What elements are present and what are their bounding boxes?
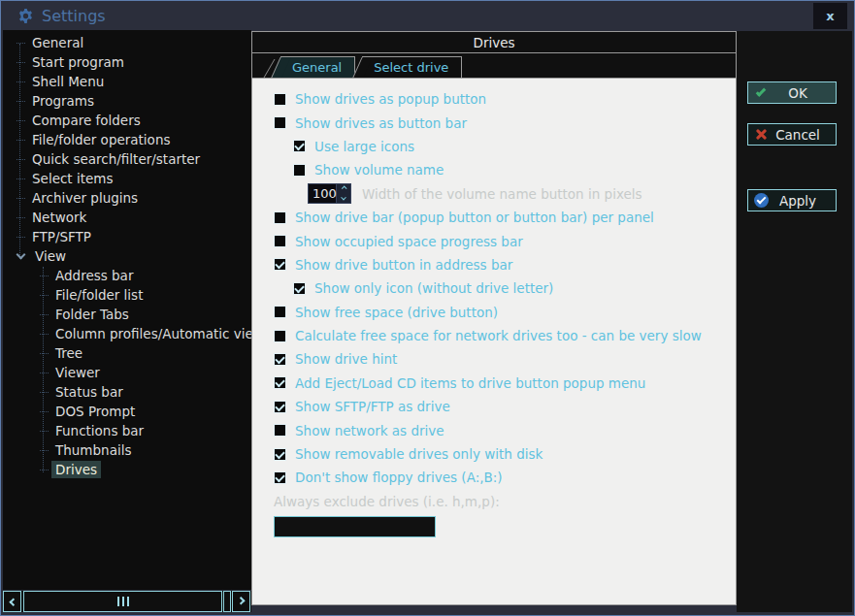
option-row: Show drive hint xyxy=(252,347,736,371)
option-row: Use large icons xyxy=(252,135,736,158)
scrollbar-track[interactable] xyxy=(223,591,231,612)
checkbox-checked[interactable] xyxy=(274,376,286,389)
checkbox-checked[interactable] xyxy=(274,258,286,271)
sidebar-item-label: Column profiles/Automatic views xyxy=(51,325,251,342)
checkbox-unchecked[interactable] xyxy=(274,235,286,247)
sidebar-item-general[interactable]: General xyxy=(3,33,251,52)
sidebar-item-label: Address bar xyxy=(51,267,137,284)
sidebar-item-column-profiles-automatic-views[interactable]: Column profiles/Automatic views xyxy=(3,324,251,343)
sidebar-item-programs[interactable]: Programs xyxy=(3,91,251,111)
tab-general[interactable]: General xyxy=(280,56,355,78)
sidebar-item-view[interactable]: View xyxy=(3,246,251,266)
sidebar-item-select-items[interactable]: Select items xyxy=(3,169,251,188)
spinner-value[interactable]: 100 xyxy=(308,183,337,204)
sidebar-item-file-folder-operations[interactable]: File/folder operations xyxy=(3,130,251,149)
option-row: Calculate free space for network drives … xyxy=(252,324,736,347)
sidebar-item-folder-tabs[interactable]: Folder Tabs xyxy=(3,305,251,324)
option-label: Show drive bar (popup button or button b… xyxy=(295,210,654,225)
checkbox-unchecked[interactable] xyxy=(274,330,286,342)
checkbox-unchecked[interactable] xyxy=(293,164,306,177)
sidebar-item-shell-menu[interactable]: Shell Menu xyxy=(3,72,251,91)
sidebar-item-address-bar[interactable]: Address bar xyxy=(3,266,251,285)
option-label: Show drives as button bar xyxy=(295,115,467,131)
exclude-drives-input[interactable] xyxy=(274,516,436,537)
chevron-up-icon xyxy=(342,185,347,191)
sidebar-item-label: File/folder operations xyxy=(28,131,174,148)
spinner-up-button[interactable] xyxy=(337,184,350,194)
sidebar-item-label: Thumbnails xyxy=(51,441,135,459)
option-label: Show only icon (without drive letter) xyxy=(314,280,553,296)
spinner-row: 100Width of the volume name button in pi… xyxy=(252,182,736,206)
checkbox-unchecked[interactable] xyxy=(274,211,286,224)
page-title: Drives xyxy=(252,32,736,53)
sidebar-item-label: FTP/SFTP xyxy=(28,228,95,245)
option-row: Don't show floppy drives (A:,B:) xyxy=(252,466,736,489)
sidebar-item-quick-search-filter-starter[interactable]: Quick search/filter/starter xyxy=(3,149,251,169)
sidebar-horizontal-scrollbar xyxy=(3,591,251,612)
sidebar-item-archiver-plugins[interactable]: Archiver plugins xyxy=(3,188,251,208)
checkbox-unchecked[interactable] xyxy=(274,93,286,106)
sidebar: GeneralStart programShell MenuProgramsCo… xyxy=(3,30,251,590)
sidebar-item-label: Start program xyxy=(28,53,128,71)
checkbox-unchecked[interactable] xyxy=(274,306,286,318)
sidebar-item-label: Compare folders xyxy=(28,112,145,129)
checkbox-unchecked[interactable] xyxy=(274,116,286,129)
sidebar-item-label: View xyxy=(31,247,70,265)
option-row: Show drive bar (popup button or button b… xyxy=(252,206,736,229)
scrollbar-thumb[interactable] xyxy=(23,591,222,612)
scrollbar-left-button[interactable] xyxy=(3,591,21,612)
checkbox-checked[interactable] xyxy=(274,401,286,413)
sidebar-item-viewer[interactable]: Viewer xyxy=(3,363,251,382)
action-button-strip: OK Cancel Apply xyxy=(737,31,852,612)
spinner-down-button[interactable] xyxy=(337,194,350,204)
settings-window: Settings x GeneralStart programShell Men… xyxy=(0,0,855,616)
checkbox-checked[interactable] xyxy=(274,448,286,461)
checkbox-checked[interactable] xyxy=(293,140,306,152)
sidebar-item-thumbnails[interactable]: Thumbnails xyxy=(3,440,251,460)
chevron-left-icon xyxy=(9,598,16,605)
option-label: Show volume name xyxy=(314,162,444,178)
sidebar-item-status-bar[interactable]: Status bar xyxy=(3,382,251,402)
checkbox-checked[interactable] xyxy=(274,353,286,366)
sidebar-item-label: General xyxy=(28,34,87,51)
spinner-buttons xyxy=(337,183,351,204)
tab-select-drive[interactable]: Select drive xyxy=(362,56,462,78)
sidebar-item-tree[interactable]: Tree xyxy=(3,343,251,363)
sidebar-item-label: Programs xyxy=(28,92,98,110)
sidebar-item-start-program[interactable]: Start program xyxy=(3,52,251,72)
sidebar-item-label: Select items xyxy=(28,170,116,187)
sidebar-item-label: Quick search/filter/starter xyxy=(28,150,204,168)
option-label: Show free space (drive button) xyxy=(295,305,498,320)
checkbox-checked[interactable] xyxy=(274,471,286,484)
sidebar-item-network[interactable]: Network xyxy=(3,208,251,227)
option-label: Show drive button in address bar xyxy=(295,257,512,273)
option-label: Use large icons xyxy=(314,139,414,154)
scrollbar-right-button[interactable] xyxy=(232,591,250,612)
grip-icon xyxy=(127,597,129,606)
cancel-button[interactable]: Cancel xyxy=(747,123,837,146)
checkbox-unchecked[interactable] xyxy=(274,424,286,437)
option-row: Show only icon (without drive letter) xyxy=(252,276,736,300)
gear-icon xyxy=(17,8,34,24)
width-spinner[interactable]: 100 xyxy=(308,183,351,204)
sidebar-item-functions-bar[interactable]: Functions bar xyxy=(3,421,251,440)
ok-button[interactable]: OK xyxy=(747,81,837,104)
sidebar-item-drives[interactable]: Drives xyxy=(3,460,251,479)
option-label: Show SFTP/FTP as drive xyxy=(295,399,450,414)
sidebar-item-dos-prompt[interactable]: DOS Prompt xyxy=(3,402,251,421)
sidebar-item-label: Drives xyxy=(51,461,101,478)
close-button[interactable]: x xyxy=(813,3,847,29)
chevron-down-icon xyxy=(341,194,346,200)
option-label: Don't show floppy drives (A:,B:) xyxy=(295,470,503,485)
exclude-drives-label: Always exclude drives (i.e. h,m,p): xyxy=(274,494,500,509)
option-row: Show SFTP/FTP as drive xyxy=(252,395,736,418)
sidebar-item-file-folder-list[interactable]: File/folder list xyxy=(3,285,251,305)
checkbox-checked[interactable] xyxy=(293,282,306,295)
sidebar-item-label: Viewer xyxy=(51,364,104,381)
sidebar-item-compare-folders[interactable]: Compare folders xyxy=(3,111,251,130)
sidebar-item-label: Shell Menu xyxy=(28,73,108,90)
apply-button[interactable]: Apply xyxy=(747,189,837,211)
sidebar-item-ftp-sftp[interactable]: FTP/SFTP xyxy=(3,227,251,246)
sidebar-tree: GeneralStart programShell MenuProgramsCo… xyxy=(3,30,251,479)
chevron-right-icon xyxy=(237,597,245,604)
